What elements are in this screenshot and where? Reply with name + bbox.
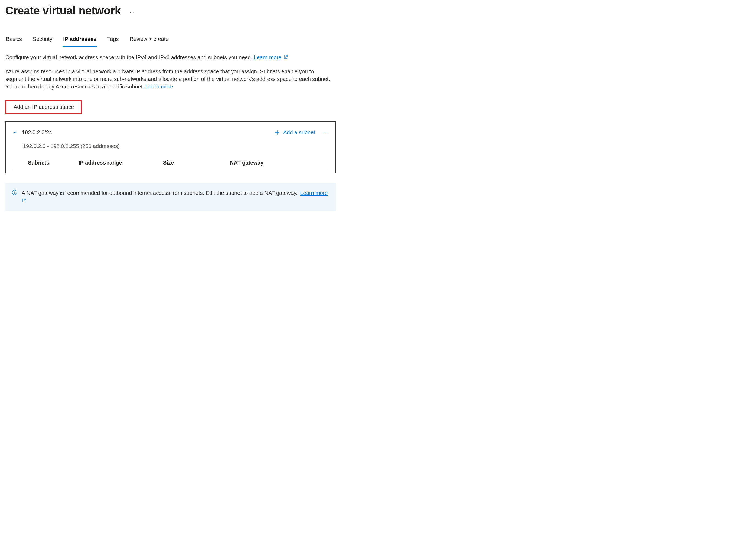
plus-icon (275, 130, 280, 135)
page-title: Create virtual network (5, 4, 121, 17)
nat-info-banner: A NAT gateway is recommended for outboun… (5, 183, 336, 211)
address-space-more-icon[interactable]: ⋯ (323, 130, 328, 135)
info-icon (12, 190, 17, 195)
learn-more-link-1[interactable]: Learn more (254, 54, 288, 60)
add-ip-address-space-button[interactable]: Add an IP address space (5, 100, 82, 114)
tab-review-create[interactable]: Review + create (129, 33, 169, 46)
external-link-icon (283, 53, 288, 61)
col-size: Size (163, 160, 227, 166)
tab-basics[interactable]: Basics (5, 33, 23, 46)
learn-more-link-2[interactable]: Learn more (146, 84, 173, 90)
col-nat-gateway: NAT gateway (230, 160, 328, 166)
more-icon[interactable]: ⋯ (129, 7, 135, 15)
learn-more-link-banner[interactable]: Learn more (300, 190, 328, 196)
add-subnet-button[interactable]: Add a subnet (274, 128, 316, 137)
add-subnet-label: Add a subnet (283, 129, 315, 136)
col-ip-range: IP address range (79, 160, 160, 166)
tab-tags[interactable]: Tags (107, 33, 119, 46)
address-space-range: 192.0.2.0 - 192.0.2.255 (256 addresses) (23, 143, 328, 150)
intro-block: Configure your virtual network address s… (5, 53, 336, 90)
address-space-cidr: 192.0.2.0/24 (22, 129, 52, 136)
tab-bar: Basics Security IP addresses Tags Review… (5, 33, 336, 46)
banner-text: A NAT gateway is recommended for outboun… (22, 190, 297, 196)
tab-security[interactable]: Security (32, 33, 53, 46)
col-subnets: Subnets (28, 160, 75, 166)
intro-text-1: Configure your virtual network address s… (5, 54, 252, 60)
svg-point-2 (14, 191, 15, 191)
tab-ip-addresses[interactable]: IP addresses (63, 33, 97, 46)
chevron-up-icon[interactable] (13, 130, 17, 135)
address-space-card: 192.0.2.0/24 Add a subnet ⋯ 192.0.2.0 - … (5, 122, 336, 173)
external-link-icon (22, 198, 26, 204)
subnet-table-header: Subnets IP address range Size NAT gatewa… (13, 160, 328, 170)
